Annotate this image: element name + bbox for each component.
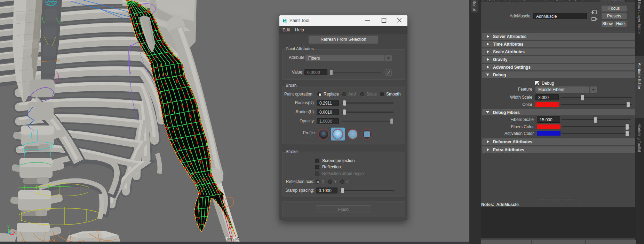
svg-text:x: x: [13, 230, 16, 234]
svg-text:persp6: persp6: [226, 236, 239, 240]
svg-text:z: z: [6, 229, 8, 234]
svg-text:y: y: [7, 224, 10, 228]
